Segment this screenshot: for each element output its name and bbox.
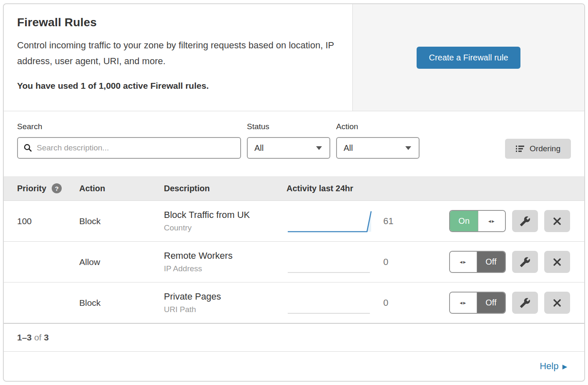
table-header: Priority ? Action Description Activity l… xyxy=(4,176,584,200)
delete-rule-button[interactable] xyxy=(544,251,570,273)
status-selected-value: All xyxy=(254,143,264,153)
help-link-label: Help xyxy=(540,361,558,372)
activity-sparkline xyxy=(286,208,372,234)
close-icon xyxy=(552,298,562,308)
toggle-handle-icon: ◂▸ xyxy=(450,292,477,313)
pagination-bar: 1–3 of 3 xyxy=(4,323,584,351)
page-title: Firewall Rules xyxy=(17,16,339,29)
wrench-icon xyxy=(520,216,530,227)
toggle-state-label: Off xyxy=(477,252,505,272)
create-firewall-rule-button[interactable]: Create a Firewall rule xyxy=(417,47,520,69)
pagination-total: 3 xyxy=(44,332,49,342)
header-section: Firewall Rules Control incoming traffic … xyxy=(4,4,584,111)
rule-description: Block Traffic from UK xyxy=(164,210,286,220)
column-activity: Activity last 24hr xyxy=(286,184,584,193)
priority-value: 100 xyxy=(4,216,79,226)
priority-help-icon[interactable]: ? xyxy=(52,183,62,193)
toggle-state-label: Off xyxy=(477,292,505,313)
column-description: Description xyxy=(164,184,286,193)
rule-description: Private Pages xyxy=(164,291,286,302)
edit-rule-button[interactable] xyxy=(512,292,538,314)
status-filter-group: Status All xyxy=(247,122,330,159)
table-row: Block Private Pages URI Path 0 Off ◂▸ xyxy=(4,282,584,323)
search-group: Search xyxy=(17,122,241,159)
create-rule-panel: Create a Firewall rule xyxy=(353,4,584,111)
help-link[interactable]: Help ▶ xyxy=(540,361,567,372)
search-input[interactable] xyxy=(37,143,235,152)
filter-bar: Search Status All Action All xyxy=(4,111,584,176)
column-action: Action xyxy=(79,184,164,193)
delete-rule-button[interactable] xyxy=(544,210,570,232)
activity-count: 0 xyxy=(383,298,404,308)
delete-rule-button[interactable] xyxy=(544,292,570,314)
header-text-block: Firewall Rules Control incoming traffic … xyxy=(4,4,353,111)
activity-count: 61 xyxy=(383,216,404,227)
rule-type: IP Address xyxy=(164,264,286,273)
table-row: Allow Remote Workers IP Address 0 Off ◂▸ xyxy=(4,241,584,282)
action-label: Action xyxy=(336,122,420,131)
chevron-down-icon xyxy=(405,146,411,150)
ordering-button-label: Ordering xyxy=(530,144,560,153)
close-icon xyxy=(552,257,562,267)
wrench-icon xyxy=(520,298,530,308)
action-value: Allow xyxy=(79,257,164,267)
wrench-icon xyxy=(520,257,530,268)
rule-enabled-toggle[interactable]: Off ◂▸ xyxy=(449,292,506,314)
action-selected-value: All xyxy=(344,143,353,153)
activity-sparkline xyxy=(286,290,372,316)
arrow-right-icon: ▶ xyxy=(562,363,567,370)
rule-enabled-toggle[interactable]: On ◂▸ xyxy=(449,210,506,232)
search-box xyxy=(17,137,241,159)
list-ordering-icon xyxy=(515,144,525,153)
pagination-of-text: of xyxy=(34,332,42,342)
rule-type: URI Path xyxy=(164,305,286,314)
activity-sparkline xyxy=(286,249,372,275)
ordering-button[interactable]: Ordering xyxy=(505,139,571,159)
firewall-rules-card: Firewall Rules Control incoming traffic … xyxy=(3,3,585,382)
action-value: Block xyxy=(79,216,164,226)
activity-count: 0 xyxy=(383,257,404,268)
column-priority: Priority xyxy=(17,184,46,193)
close-icon xyxy=(552,216,562,226)
edit-rule-button[interactable] xyxy=(512,251,538,273)
search-label: Search xyxy=(17,122,241,131)
toggle-handle-icon: ◂▸ xyxy=(450,252,477,272)
status-label: Status xyxy=(247,122,330,131)
toggle-state-label: On xyxy=(450,211,478,231)
usage-note: You have used 1 of 1,000 active Firewall… xyxy=(17,81,339,91)
help-bar: Help ▶ xyxy=(4,351,584,381)
rule-description: Remote Workers xyxy=(164,250,286,261)
rule-type: Country xyxy=(164,223,286,232)
table-row: 100 Block Block Traffic from UK Country … xyxy=(4,200,584,241)
action-select[interactable]: All xyxy=(336,137,420,159)
pagination-range: 1–3 xyxy=(17,332,32,342)
chevron-down-icon xyxy=(316,146,322,150)
search-icon xyxy=(23,143,33,153)
toggle-handle-icon: ◂▸ xyxy=(478,211,505,231)
action-filter-group: Action All xyxy=(336,122,420,159)
status-select[interactable]: All xyxy=(247,137,330,159)
page-description: Control incoming traffic to your zone by… xyxy=(17,38,338,69)
rule-enabled-toggle[interactable]: Off ◂▸ xyxy=(449,251,506,273)
edit-rule-button[interactable] xyxy=(512,210,538,232)
action-value: Block xyxy=(79,298,164,308)
